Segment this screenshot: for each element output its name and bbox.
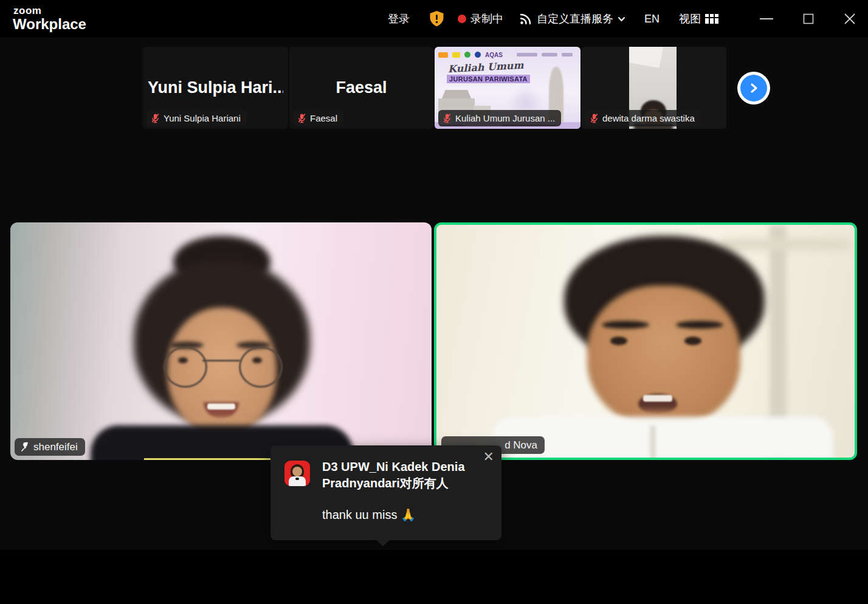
recording-dot bbox=[458, 15, 466, 23]
video-tile-shenfeifei[interactable]: shenfeifei bbox=[10, 222, 432, 460]
title-bar: zoom Workplace 登录 录制中 自定义直播服务 bbox=[0, 0, 868, 38]
live-stream-menu[interactable]: 自定义直播服务 bbox=[519, 0, 625, 38]
meeting-toolbar: 音频 视频 594 参会者 bbox=[0, 550, 868, 604]
zoom-meeting-window: zoom Workplace 登录 录制中 自定义直播服务 bbox=[0, 0, 868, 604]
participant-name-large: Faesal bbox=[294, 78, 429, 97]
close-button[interactable] bbox=[836, 0, 864, 38]
participant-name-large: Yuni Sulpia Hari... bbox=[148, 78, 283, 97]
minimize-icon bbox=[760, 18, 773, 20]
chevron-right-icon bbox=[748, 82, 760, 94]
language-label: EN bbox=[644, 13, 660, 26]
next-page-button[interactable] bbox=[737, 72, 770, 105]
maximize-button[interactable] bbox=[794, 0, 822, 38]
pin-icon bbox=[19, 442, 29, 452]
recording-indicator[interactable]: 录制中 bbox=[458, 0, 503, 38]
minimize-button[interactable] bbox=[753, 0, 780, 38]
participant-name-label: Yuni Sulpia Hariani bbox=[164, 113, 241, 123]
participant-name-pill: Kuliah Umum Jurusan ... bbox=[438, 110, 561, 126]
participant-name-label: Faesal bbox=[310, 113, 337, 123]
participant-name-label: d Nova bbox=[505, 439, 537, 451]
participant-name-label: Kuliah Umum Jurusan ... bbox=[455, 113, 555, 123]
chat-notification-popup[interactable]: D3 UPW_Ni Kadek Denia Pradnyandari对所有人 t… bbox=[270, 445, 501, 540]
participant-name-label: dewita darma swastika bbox=[602, 113, 695, 123]
muted-mic-icon bbox=[590, 113, 599, 123]
login-label: 登录 bbox=[388, 12, 410, 26]
chat-sender-title: D3 UPW_Ni Kadek Denia Pradnyandari对所有人 bbox=[322, 459, 494, 492]
participant-name-label: shenfeifei bbox=[33, 441, 78, 453]
thumbnail-dewita[interactable]: dewita darma swastika bbox=[582, 47, 726, 129]
avatar bbox=[284, 461, 310, 486]
thumbnail-faesal[interactable]: Faesal Faesal bbox=[289, 47, 433, 129]
participant-name-pill: dewita darma swastika bbox=[585, 110, 701, 126]
participant-name-pill: Yuni Sulpia Hariani bbox=[146, 110, 247, 126]
thumbnail-kuliah-umum-share[interactable]: AQAS Kuliah Umum JURUSAN PARIWISATA Kuli… bbox=[435, 47, 580, 129]
workplace-logo: Workplace bbox=[13, 16, 86, 33]
security-warning-button[interactable] bbox=[428, 0, 446, 38]
chevron-down-icon bbox=[618, 16, 625, 22]
muted-mic-icon bbox=[151, 113, 160, 123]
thumbnail-yuni[interactable]: Yuni Sulpia Hari... Yuni Sulpia Hariani bbox=[143, 47, 288, 129]
banner-subtitle: JURUSAN PARIWISATA bbox=[447, 75, 530, 83]
banner-logo-row: AQAS bbox=[438, 49, 577, 60]
chat-message-text: thank uu miss 🙏 bbox=[322, 507, 416, 522]
close-icon bbox=[844, 13, 856, 25]
language-button[interactable]: EN bbox=[644, 0, 660, 38]
muted-mic-icon bbox=[443, 113, 452, 123]
recording-label: 录制中 bbox=[470, 12, 503, 26]
popup-pointer bbox=[376, 540, 390, 546]
shield-warning-icon bbox=[428, 10, 446, 28]
video-tile-active-speaker[interactable]: d Nova bbox=[434, 222, 857, 460]
live-stream-label: 自定义直播服务 bbox=[537, 12, 613, 26]
grid-view-icon bbox=[705, 14, 718, 24]
view-label: 视图 bbox=[679, 12, 701, 26]
zoom-logo: zoom bbox=[13, 5, 41, 17]
maximize-icon bbox=[803, 13, 814, 24]
view-button[interactable]: 视图 bbox=[679, 0, 718, 38]
muted-mic-icon bbox=[297, 113, 306, 123]
participant-name-pill: Faesal bbox=[293, 110, 343, 126]
popup-close-button[interactable]: ✕ bbox=[483, 449, 494, 465]
banner-logo-text: AQAS bbox=[485, 52, 503, 58]
rss-broadcast-icon bbox=[519, 12, 532, 26]
banner-script-title: Kuliah Umum bbox=[448, 60, 524, 75]
pinned-name-pill: shenfeifei bbox=[15, 438, 85, 456]
login-button[interactable]: 登录 bbox=[388, 0, 410, 38]
